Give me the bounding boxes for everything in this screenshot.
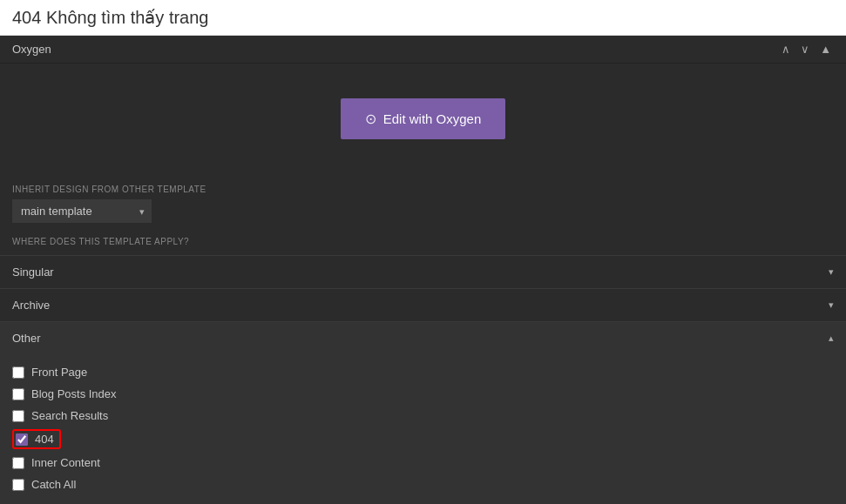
- applies-section: WHERE DOES THIS TEMPLATE APPLY?: [0, 228, 846, 255]
- inherit-select[interactable]: main template none: [12, 199, 152, 223]
- edit-button-area: ⊙ Edit with Oxygen: [0, 64, 846, 174]
- chevron-down-icon: ▾: [829, 266, 834, 278]
- 404-checkbox[interactable]: [16, 433, 28, 446]
- page-title-bar: 404 Không tìm thấy trang: [0, 0, 846, 36]
- inner-content-checkbox[interactable]: [12, 457, 24, 469]
- accordion-singular-label: Singular: [12, 265, 54, 279]
- 404-highlight-wrapper[interactable]: 404: [12, 429, 61, 449]
- accordion-singular-header[interactable]: Singular ▾: [0, 256, 846, 288]
- accordion-singular: Singular ▾: [0, 255, 846, 288]
- expand-button[interactable]: ▲: [817, 43, 834, 56]
- oxygen-header-controls: ∧ ∨ ▲: [779, 43, 834, 56]
- front-page-label: Front Page: [31, 366, 87, 379]
- page-title: 404 Không tìm thấy trang: [12, 8, 208, 27]
- inherit-label: INHERIT DESIGN FROM OTHER TEMPLATE: [12, 185, 834, 194]
- edit-with-oxygen-button[interactable]: ⊙ Edit with Oxygen: [341, 98, 506, 139]
- chevron-down-icon: ▾: [829, 299, 834, 311]
- checkbox-row-search-results: Search Results: [12, 405, 834, 427]
- edit-oxygen-label: Edit with Oxygen: [383, 111, 482, 126]
- checkbox-row-catch-all: Catch All: [12, 474, 834, 495]
- oxygen-header: Oxygen ∧ ∨ ▲: [0, 36, 846, 64]
- inherit-section: INHERIT DESIGN FROM OTHER TEMPLATE main …: [0, 174, 846, 228]
- inherit-select-wrapper[interactable]: main template none ▾: [12, 199, 152, 223]
- search-results-checkbox[interactable]: [12, 410, 24, 422]
- edit-oxygen-icon: ⊙: [365, 111, 376, 127]
- blog-posts-index-checkbox[interactable]: [12, 388, 24, 400]
- inner-content-label: Inner Content: [31, 456, 100, 469]
- blog-posts-index-label: Blog Posts Index: [31, 387, 117, 400]
- checkbox-row-blog-posts-index: Blog Posts Index: [12, 383, 834, 405]
- chevron-up-icon: ▴: [829, 333, 834, 344]
- accordion-other-label: Other: [12, 332, 41, 345]
- oxygen-panel-title: Oxygen: [12, 43, 51, 56]
- accordion-archive-label: Archive: [12, 299, 50, 312]
- accordion-other-header[interactable]: Other ▴: [0, 322, 846, 354]
- catch-all-checkbox[interactable]: [12, 479, 24, 491]
- collapse-up-button[interactable]: ∧: [779, 43, 793, 56]
- checkbox-row-404: 404: [12, 427, 834, 452]
- checkbox-row-inner-content: Inner Content: [12, 452, 834, 474]
- accordion-archive-header[interactable]: Archive ▾: [0, 289, 846, 321]
- accordion-archive: Archive ▾: [0, 288, 846, 321]
- accordion-other: Other ▴ Front Page Blog Posts Index Sear…: [0, 321, 846, 504]
- search-results-label: Search Results: [31, 409, 108, 422]
- collapse-down-button[interactable]: ∨: [798, 43, 812, 56]
- front-page-checkbox[interactable]: [12, 366, 24, 379]
- 404-label: 404: [35, 433, 54, 446]
- checkbox-row-front-page: Front Page: [12, 361, 834, 383]
- accordion-other-body: Front Page Blog Posts Index Search Resul…: [0, 354, 846, 504]
- oxygen-panel: Oxygen ∧ ∨ ▲ ⊙ Edit with Oxygen INHERIT …: [0, 36, 846, 504]
- catch-all-label: Catch All: [31, 478, 76, 491]
- applies-label: WHERE DOES THIS TEMPLATE APPLY?: [12, 237, 834, 246]
